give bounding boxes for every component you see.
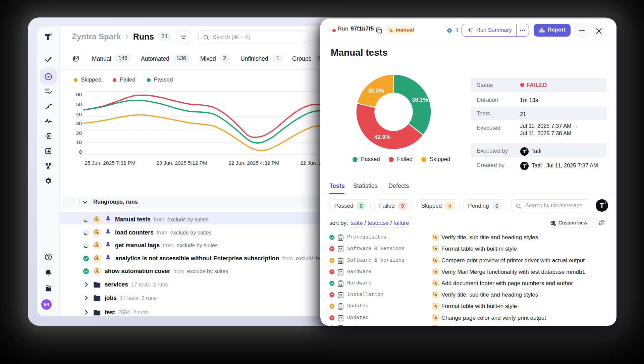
- svg-text:30: 30: [76, 120, 82, 126]
- svg-text:0: 0: [79, 149, 82, 155]
- svg-text:40: 40: [76, 111, 82, 117]
- svg-text:25 Jun, 2025 7:32 PM: 25 Jun, 2025 7:32 PM: [85, 160, 136, 166]
- svg-text:38.1%: 38.1%: [412, 97, 428, 103]
- svg-text:20: 20: [76, 130, 82, 136]
- svg-text:50: 50: [76, 101, 82, 107]
- svg-text:10: 10: [76, 139, 82, 145]
- svg-text:23 Jun, 2025 5:12 PM: 23 Jun, 2025 5:12 PM: [156, 160, 207, 166]
- svg-text:60: 60: [76, 92, 82, 97]
- svg-text:22 Jun, 2025 4:32 PM: 22 Jun, 2025 4:32 PM: [228, 160, 279, 166]
- svg-text:42.9%: 42.9%: [374, 134, 390, 140]
- svg-text:30.8%: 30.8%: [368, 88, 384, 94]
